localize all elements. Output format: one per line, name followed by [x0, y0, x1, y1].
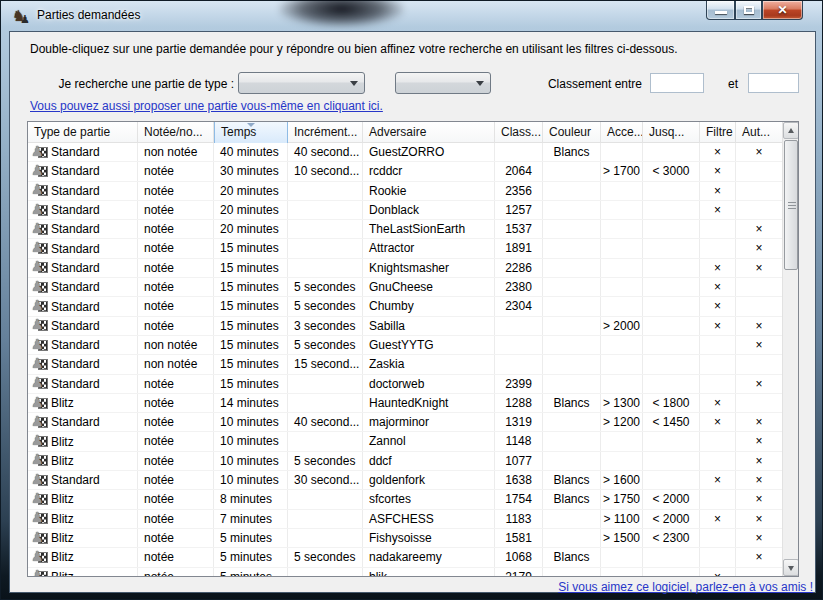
- column-header-type[interactable]: Type de partie: [28, 122, 138, 143]
- cell-acce: [601, 432, 643, 450]
- cell-couleur: [543, 510, 601, 528]
- table-row[interactable]: ♟Standardnotée20 minutesRookie2356×: [28, 182, 798, 201]
- column-header-couleur[interactable]: Couleur: [543, 122, 601, 143]
- scroll-up-button[interactable]: [783, 122, 799, 139]
- instruction-text: Double-cliquez sur une partie demandée p…: [30, 42, 677, 56]
- cell-jusq: [643, 471, 700, 489]
- game-type-label: Blitz: [51, 529, 74, 547]
- cell-notee: notée: [138, 510, 214, 528]
- column-header-temps[interactable]: Temps: [214, 122, 288, 143]
- cell-jusq: < 2300: [643, 529, 700, 547]
- column-header-adversaire[interactable]: Adversaire: [363, 122, 495, 143]
- cell-filtre: [700, 529, 736, 547]
- cell-filtre: [700, 490, 736, 508]
- table-row[interactable]: ♟Blitznotée10 minutes5 secondesddcf1077×: [28, 452, 798, 471]
- column-header-classement[interactable]: Class...: [495, 122, 543, 143]
- cell-classement: 1257: [495, 201, 543, 219]
- cell-jusq: < 2000: [643, 510, 700, 528]
- table-row[interactable]: ♟Standardnotée15 minutes5 secondesGnuChe…: [28, 278, 798, 297]
- cell-filtre: [700, 239, 736, 257]
- game-type-label: Standard: [51, 413, 100, 431]
- cell-notee: notée: [138, 259, 214, 277]
- minimize-button[interactable]: [706, 1, 735, 20]
- table-row[interactable]: ♟Standardnotée15 minutes3 secondesSabill…: [28, 317, 798, 336]
- cell-couleur: [543, 297, 601, 315]
- table-row[interactable]: ♟Standardnon notée15 minutes5 secondesGu…: [28, 336, 798, 355]
- table-row[interactable]: ♟Standardnotée20 minutesDonblack1257×: [28, 201, 798, 220]
- column-header-jusq[interactable]: Jusq...: [643, 122, 700, 143]
- table-row[interactable]: ♟Standardnotée15 minutesKnightsmasher228…: [28, 259, 798, 278]
- classement-max-input[interactable]: [748, 73, 799, 93]
- cell-acce: > 1600: [601, 471, 643, 489]
- table-row[interactable]: ♟Standardnotée15 minutes5 secondesChumby…: [28, 297, 798, 316]
- et-label: et: [728, 77, 738, 91]
- cell-temps: 20 minutes: [214, 182, 288, 200]
- pawn-on-board-icon: ♟: [32, 203, 49, 218]
- table-row[interactable]: ♟Blitznotée5 minutes5 secondesnadakareem…: [28, 548, 798, 567]
- cell-temps: 10 minutes: [214, 432, 288, 450]
- table-row[interactable]: ♟Standardnotée30 minutes10 second...rcdd…: [28, 162, 798, 181]
- cell-couleur: [543, 355, 601, 373]
- cell-adversaire: nadakareemy: [363, 548, 495, 566]
- cell-adversaire: Attractor: [363, 239, 495, 257]
- cell-filtre: ×: [700, 297, 736, 315]
- cell-adversaire: ddcf: [363, 452, 495, 470]
- cell-type: ♟Standard: [28, 336, 138, 354]
- table-row[interactable]: ♟Standardnon notée15 minutes15 second...…: [28, 355, 798, 374]
- type-filter-combobox[interactable]: [238, 72, 365, 94]
- cell-couleur: [543, 220, 601, 238]
- table-row[interactable]: ♟Standardnotée10 minutes40 second...majo…: [28, 413, 798, 432]
- table-row[interactable]: ♟Blitznotée5 minutesFishysoisse1581> 150…: [28, 529, 798, 548]
- maximize-button[interactable]: [735, 1, 762, 20]
- cell-type: ♟Blitz: [28, 432, 138, 450]
- cell-acce: [601, 336, 643, 354]
- table-row[interactable]: ♟Blitznotée10 minutesZannol1148×: [28, 432, 798, 451]
- table-row[interactable]: ♟Blitznotée5 minutesblik2179×: [28, 568, 798, 577]
- classement-min-input[interactable]: [650, 73, 704, 93]
- cell-type: ♟Blitz: [28, 548, 138, 566]
- close-button[interactable]: ✕: [762, 1, 803, 20]
- cell-temps: 15 minutes: [214, 375, 288, 393]
- table-row[interactable]: ♟Standardnotée15 minutesdoctorweb2399×: [28, 375, 798, 394]
- share-with-friends-link[interactable]: Si vous aimez ce logiciel, parlez-en à v…: [558, 580, 813, 594]
- table-row[interactable]: ♟Standardnon notée40 minutes40 second...…: [28, 143, 798, 162]
- cell-notee: notée: [138, 471, 214, 489]
- propose-game-link[interactable]: Vous pouvez aussi proposer une partie vo…: [30, 99, 383, 113]
- title-bar[interactable]: ♞♟ Parties demandées ✕: [1, 1, 822, 31]
- cell-temps: 20 minutes: [214, 201, 288, 219]
- secondary-filter-combobox[interactable]: [395, 72, 491, 94]
- column-header-increment[interactable]: Incrément...: [288, 122, 363, 143]
- cell-acce: > 1200: [601, 413, 643, 431]
- vertical-scrollbar[interactable]: [782, 122, 798, 576]
- cell-filtre: [700, 355, 736, 373]
- pawn-on-board-icon: ♟: [32, 183, 49, 198]
- table-row[interactable]: ♟Blitznotée8 minutessfcortes1754Blancs> …: [28, 490, 798, 509]
- cell-aut: [736, 568, 783, 577]
- cell-filtre: ×: [700, 278, 736, 296]
- cell-temps: 14 minutes: [214, 394, 288, 412]
- cell-temps: 15 minutes: [214, 297, 288, 315]
- cell-aut: ×: [736, 432, 783, 450]
- scroll-down-button[interactable]: [783, 559, 799, 576]
- table-row[interactable]: ♟Standardnotée20 minutesTheLastSionEarth…: [28, 220, 798, 239]
- games-table: Type de partie Notée/no... Temps Incréme…: [27, 121, 799, 577]
- cell-filtre: ×: [700, 143, 736, 161]
- table-row[interactable]: ♟Blitznotée14 minutesHauntedKnight1288Bl…: [28, 394, 798, 413]
- cell-notee: non notée: [138, 143, 214, 161]
- column-header-filtre[interactable]: Filtre: [700, 122, 736, 143]
- column-header-acce[interactable]: Acce...: [601, 122, 643, 143]
- table-row[interactable]: ♟Blitznotée7 minutesASFCHESS1183> 1100< …: [28, 510, 798, 529]
- table-row[interactable]: ♟Standardnotée15 minutesAttractor1891×: [28, 239, 798, 258]
- cell-classement: 2304: [495, 297, 543, 315]
- cell-notee: notée: [138, 201, 214, 219]
- game-type-label: Standard: [51, 317, 100, 335]
- table-row[interactable]: ♟Standardnotée10 minutes30 second...gold…: [28, 471, 798, 490]
- column-header-notee[interactable]: Notée/no...: [138, 122, 214, 143]
- cell-filtre: [700, 452, 736, 470]
- cell-jusq: [643, 239, 700, 257]
- column-header-aut[interactable]: Aut...: [736, 122, 783, 143]
- pawn-on-board-icon: ♟: [32, 357, 49, 372]
- cell-temps: 8 minutes: [214, 490, 288, 508]
- scrollbar-thumb[interactable]: [784, 140, 798, 270]
- cell-type: ♟Standard: [28, 471, 138, 489]
